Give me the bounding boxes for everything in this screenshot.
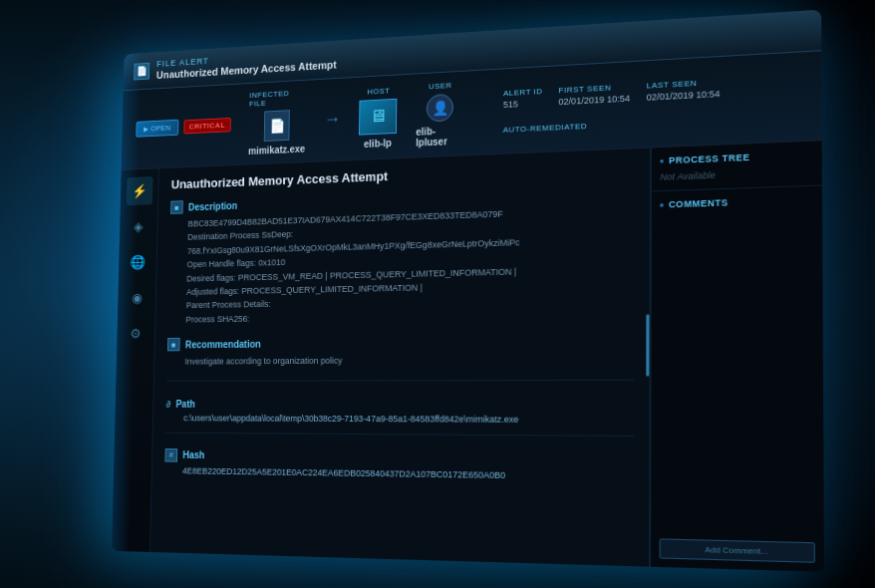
user-name: elib-lpluser <box>416 125 463 148</box>
add-comment-button[interactable]: Add Comment... <box>660 538 815 562</box>
infected-file-label: INFECTED FILE <box>249 88 306 108</box>
path-section: ∂ Path c:\users\user\appdata\local\temp\… <box>165 379 634 425</box>
user-label: USER <box>429 81 452 91</box>
infected-file-name: mimikatz.exe <box>248 144 305 156</box>
comments-title: Comments <box>660 194 813 209</box>
path-value: c:\users\user\appdata\local\temp\30b38c2… <box>165 413 634 425</box>
scene: 📄 File Alert Unauthorized Memory Access … <box>0 0 875 588</box>
alert-header-icon: 📄 <box>134 62 149 80</box>
sidebar-icon-globe[interactable]: 🌐 <box>125 247 151 276</box>
host-icon: 🖥 <box>359 98 397 135</box>
sidebar-icon-alert[interactable]: ⚡ <box>126 176 152 205</box>
alert-id-value: 515 <box>503 98 543 110</box>
user-icon: 👤 <box>427 94 453 123</box>
first-seen-block: FIRST SEEN 02/01/2019 10:54 <box>558 82 630 107</box>
full-layout: 📄 File Alert Unauthorized Memory Access … <box>112 10 824 572</box>
infected-file-icon: 📄 <box>264 110 290 142</box>
scrollbar[interactable] <box>646 314 649 376</box>
path-section-header: ∂ Path <box>166 399 635 411</box>
chain-arrow-1: → <box>324 110 341 131</box>
description-body: BBC83E4799D4B82BAD51E37IAD679AX414C722T3… <box>168 202 636 326</box>
process-tree-title: Process Tree <box>660 149 813 166</box>
alert-id-block: ALERT ID 515 <box>503 87 543 110</box>
description-label: Description <box>188 200 237 212</box>
detail-panel[interactable]: Unauthorized Memory Access Attempt ■ Des… <box>150 148 651 567</box>
monitor-icon: 🖥 <box>370 106 387 127</box>
user-item: USER 👤 elib-lpluser <box>416 81 464 148</box>
host-name: elib-lp <box>364 138 392 149</box>
file-doc-icon: 📄 <box>269 118 285 134</box>
auto-remediated-block: Auto-Remediated <box>503 121 588 134</box>
first-seen-value: 02/01/2019 10:54 <box>558 93 630 107</box>
hash-label: Hash <box>182 449 204 460</box>
alert-meta: ALERT ID 515 FIRST SEEN 02/01/2019 10:54… <box>503 73 804 135</box>
comments-area: Comments Add Comment... <box>651 186 824 572</box>
process-tree-empty: Not Available <box>660 166 813 182</box>
path-icon: ∂ <box>166 399 171 410</box>
hash-icon: # <box>164 448 177 462</box>
recommendation-body: Investigate according to organization po… <box>167 352 635 369</box>
host-item: HOST 🖥 elib-lp <box>359 86 398 149</box>
action-buttons: OPEN CRITICAL <box>136 117 231 138</box>
content-row: ⚡ ◈ 🌐 ◉ ⚙ Unauthorized Memory Access Att… <box>112 141 824 572</box>
alert-id-label: ALERT ID <box>503 87 543 98</box>
sidebar-icon-grid[interactable]: ◈ <box>126 212 152 241</box>
hash-section-header: # Hash <box>164 448 634 467</box>
sidebar-icon-settings[interactable]: ⚙ <box>123 319 149 348</box>
critical-badge: CRITICAL <box>183 118 231 134</box>
path-label: Path <box>175 399 195 410</box>
person-icon: 👤 <box>432 100 448 117</box>
last-seen-block: LAST SEEN 02/01/2019 10:54 <box>647 77 721 102</box>
last-seen-value: 02/01/2019 10:54 <box>647 88 721 102</box>
ui-card: 📄 File Alert Unauthorized Memory Access … <box>112 10 824 572</box>
recommendation-icon: ■ <box>167 338 180 351</box>
recommendation-section-header: ■ Recommendation <box>167 333 635 351</box>
description-icon: ■ <box>170 200 183 214</box>
recommendation-label: Recommendation <box>185 339 261 350</box>
process-tree-section: Process Tree Not Available <box>652 141 822 191</box>
file-icon: 📄 <box>137 66 147 77</box>
hash-section: # Hash 4E8EB220ED12D25A5E201E0AC224EA6ED… <box>164 432 634 481</box>
infected-file-item: INFECTED FILE 📄 mimikatz.exe <box>248 88 306 156</box>
right-panel: Process Tree Not Available Comments Add … <box>650 141 824 572</box>
auto-remediated-label: Auto-Remediated <box>503 121 588 134</box>
open-button[interactable]: OPEN <box>136 120 178 138</box>
sidebar-icon-circle[interactable]: ◉ <box>124 283 150 312</box>
hash-value: 4E8EB220ED12D25A5E201E0AC224EA6EDB025840… <box>164 465 634 482</box>
host-label: HOST <box>367 86 390 96</box>
